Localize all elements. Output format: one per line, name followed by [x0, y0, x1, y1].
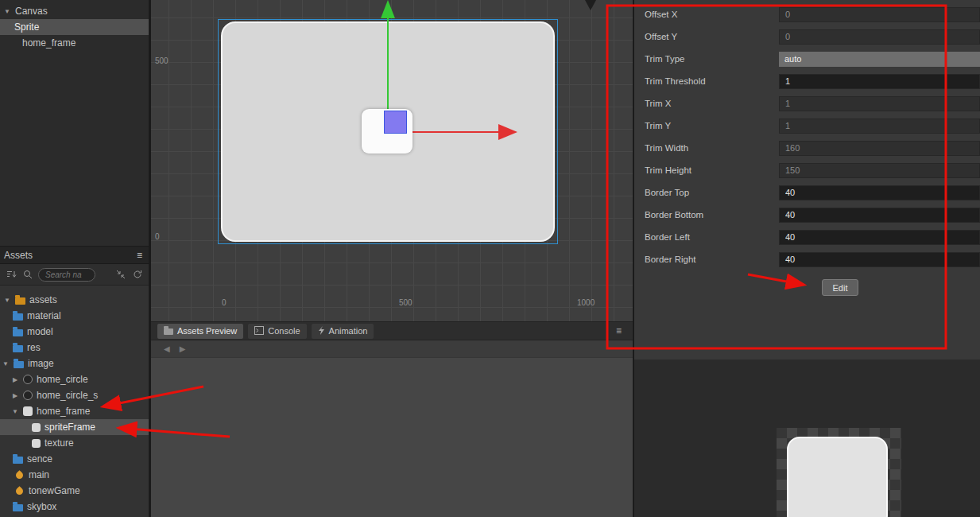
border-bottom-input[interactable] [779, 208, 980, 223]
tree-item-res[interactable]: res [0, 340, 149, 356]
trim-type-dropdown[interactable]: auto [779, 52, 980, 67]
edit-button[interactable]: Edit [822, 279, 858, 296]
gizmo-y-arrow-icon[interactable] [381, 0, 395, 18]
tab-animation[interactable]: Animation [312, 324, 374, 339]
property-label: Border Left [645, 232, 690, 242]
tree-item-assets[interactable]: ▼ assets [0, 292, 149, 308]
trim-x-input[interactable] [779, 96, 980, 111]
assets-toolbar [0, 264, 149, 286]
scene-viewport[interactable]: 500 0 0 500 1000 [151, 0, 633, 322]
trim-height-input[interactable] [779, 163, 980, 178]
inspector-row: Trim Type auto [634, 48, 980, 70]
tab-label: Animation [329, 326, 368, 336]
inspector-row: Border Bottom [634, 204, 980, 226]
search-icon[interactable] [21, 268, 34, 281]
trim-threshold-input[interactable] [779, 74, 980, 89]
inspector-row: Border Left [634, 226, 980, 248]
folder-icon [164, 328, 173, 335]
node-label: Canvas [15, 6, 48, 17]
sort-icon[interactable] [5, 268, 17, 281]
tree-item-label: home_circle_s [37, 390, 98, 401]
gizmo-x-arrow-icon[interactable] [498, 124, 517, 140]
tree-item-label: material [27, 310, 61, 321]
tree-item-label: spriteFrame [45, 422, 95, 433]
sprite-frame-icon [32, 423, 41, 432]
ruler-label: 0 [222, 298, 227, 307]
next-icon[interactable]: ▶ [180, 344, 186, 353]
inspector-row: Trim Y [634, 115, 980, 137]
tree-item-tonew-game[interactable]: tonewGame [0, 483, 149, 499]
tree-item-label: assets [29, 294, 57, 305]
inspector-row: Offset X [634, 3, 980, 25]
transparency-checker [777, 428, 901, 517]
hierarchy-item-canvas[interactable]: ▼ Canvas [0, 3, 149, 19]
property-label: Trim Width [645, 143, 688, 153]
tree-item-label: texture [45, 437, 74, 449]
chevron-down-icon[interactable]: ▼ [3, 297, 11, 304]
search-input[interactable] [38, 268, 95, 282]
tree-item-model[interactable]: model [0, 324, 149, 340]
chevron-down-icon[interactable]: ▼ [3, 8, 11, 15]
panel-menu-icon[interactable]: ≡ [137, 250, 142, 261]
tree-item-label: sence [27, 453, 52, 465]
folder-icon [13, 329, 23, 336]
trim-y-input[interactable] [779, 119, 980, 134]
tree-item-sprite-frame[interactable]: spriteFrame [0, 419, 149, 435]
offset-x-input[interactable] [779, 7, 980, 22]
property-label: Offset Y [645, 32, 677, 41]
tree-item-home-circle[interactable]: ▶ home_circle [0, 371, 149, 387]
texture-icon [32, 439, 41, 448]
inspector-row: Offset Y [634, 25, 980, 48]
refresh-icon[interactable] [131, 268, 144, 281]
panel-menu-icon[interactable]: ≡ [616, 325, 622, 336]
tree-item-image[interactable]: ▼ image [0, 356, 149, 371]
trim-width-input[interactable] [779, 141, 980, 156]
chevron-right-icon[interactable]: ▶ [11, 376, 19, 383]
border-right-input[interactable] [779, 252, 980, 267]
tree-item-label: model [27, 326, 53, 337]
node-label: Sprite [14, 21, 39, 33]
inspector-row: Trim Height [634, 159, 980, 181]
property-label: Trim Height [645, 165, 691, 175]
prev-icon[interactable]: ◀ [164, 344, 170, 353]
chevron-down-icon[interactable]: ▼ [2, 360, 10, 367]
tree-item-sence[interactable]: sence [0, 451, 149, 467]
inspector-row: Border Top [634, 181, 980, 204]
inspector-row: Trim X [634, 92, 980, 115]
tree-item-skybox[interactable]: skybox [0, 499, 149, 515]
assets-panel-title: Assets [4, 250, 33, 261]
offset-y-input[interactable] [779, 29, 980, 45]
folder-icon [13, 313, 23, 321]
border-top-input[interactable] [779, 185, 980, 200]
tab-console[interactable]: Console [248, 324, 306, 339]
sprite-preview-image [787, 437, 888, 517]
tab-label: Assets Preview [177, 326, 237, 336]
inspector-panel: Offset X Offset Y Trim Type auto Trim Th… [633, 0, 980, 517]
editor-window: ▼ Canvas Sprite home_frame Assets ≡ [0, 0, 980, 517]
ruler-label: 500 [399, 298, 413, 307]
property-label: Trim Type [645, 54, 684, 64]
hierarchy-item-home-frame[interactable]: home_frame [0, 35, 149, 51]
tab-assets-preview[interactable]: Assets Preview [157, 324, 243, 339]
border-left-input[interactable] [779, 230, 980, 245]
tree-item-material[interactable]: material [0, 308, 149, 324]
inspector-row: Trim Width [634, 137, 980, 159]
chevron-down-icon[interactable]: ▼ [11, 408, 19, 415]
ruler-label: 1000 [577, 298, 595, 307]
tree-item-texture[interactable]: texture [0, 435, 149, 451]
hierarchy-panel: ▼ Canvas Sprite home_frame [0, 0, 149, 247]
chevron-right-icon[interactable]: ▶ [11, 392, 19, 399]
gizmo-center-handle[interactable] [384, 111, 407, 134]
tree-item-home-frame[interactable]: ▼ home_frame [0, 403, 149, 419]
collapse-all-icon[interactable] [114, 268, 127, 281]
ruler-marker-icon[interactable] [585, 0, 596, 10]
tree-item-main[interactable]: main [0, 467, 149, 483]
folder-icon [14, 361, 24, 368]
preview-nav: ◀ ▶ [151, 340, 633, 358]
image-file-icon [23, 375, 33, 384]
hierarchy-item-sprite[interactable]: Sprite [0, 19, 149, 35]
tree-item-home-circle-s[interactable]: ▶ home_circle_s [0, 387, 149, 403]
scene-file-icon [14, 486, 25, 496]
assets-root-folder-icon [15, 297, 25, 305]
property-label: Offset X [645, 10, 677, 19]
